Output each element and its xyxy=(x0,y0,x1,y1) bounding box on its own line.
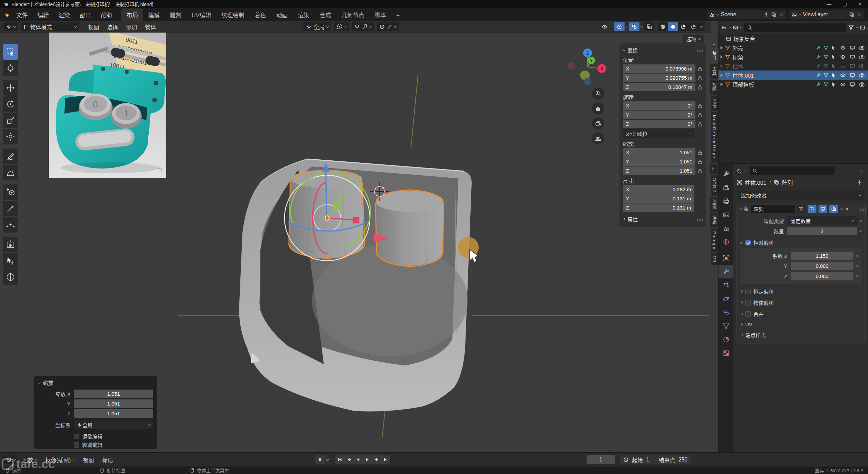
tab-modeling[interactable]: 建模 xyxy=(143,8,165,21)
prev-keyframe-button[interactable] xyxy=(344,455,354,464)
selectability-icon[interactable] xyxy=(831,73,836,78)
gizmo-center[interactable] xyxy=(325,216,330,220)
pan-hand-button[interactable] xyxy=(592,102,604,115)
tab-scene[interactable] xyxy=(718,221,733,235)
jump-to-start-button[interactable] xyxy=(335,455,344,464)
caps-label[interactable]: 端点样式 xyxy=(745,331,766,338)
tab-particles[interactable] xyxy=(718,278,733,292)
tab-tool[interactable]: 工具 xyxy=(710,64,718,79)
tool-draw-curve[interactable] xyxy=(3,201,18,216)
lock-icon[interactable] xyxy=(697,66,703,72)
render-disable-icon[interactable] xyxy=(859,82,865,87)
tab-rendering[interactable]: 渲染 xyxy=(293,8,315,21)
properties-editor-icon[interactable] xyxy=(737,168,742,174)
tab-m3[interactable]: M3 xyxy=(711,253,718,265)
delete-scene-icon[interactable] xyxy=(778,12,784,17)
fit-type-dropdown[interactable]: 固定数量 xyxy=(787,216,857,225)
outliner-row-corner[interactable]: 拐角 xyxy=(718,52,868,61)
tab-shading[interactable]: 着色 xyxy=(250,8,271,21)
tool-edit-curve[interactable] xyxy=(3,217,18,233)
tab-uv-editing[interactable]: UV编辑 xyxy=(186,8,216,21)
rotation-z-field[interactable]: Z0° xyxy=(623,120,695,128)
reference-image[interactable]: 0011 10100011010 11010001001 10011 xyxy=(49,32,166,178)
factor-z-field[interactable]: 0.000 xyxy=(791,272,853,280)
breadcrumb-object[interactable]: 柱体.001 xyxy=(745,178,766,186)
tab-object-data[interactable] xyxy=(718,319,733,333)
constant-offset-label[interactable]: 恒定偏移 xyxy=(753,288,774,295)
viewport-disable-icon[interactable] xyxy=(850,54,855,60)
factor-x-field[interactable]: 1.150 xyxy=(791,252,853,260)
next-keyframe-button[interactable] xyxy=(372,455,381,464)
tab-constraints[interactable] xyxy=(718,305,733,319)
relative-offset-checkbox[interactable] xyxy=(745,240,751,245)
tab-ocd2[interactable]: OCD 2 xyxy=(711,175,718,196)
edit-mode-toggle[interactable] xyxy=(797,205,806,213)
selectability-icon[interactable] xyxy=(831,54,836,60)
animate-decorator[interactable] xyxy=(856,265,859,267)
overlays-toggle[interactable] xyxy=(629,22,639,31)
dim-z-field[interactable]: Z0.131 m xyxy=(623,203,694,212)
tab-geometry-nodes[interactable]: 几何节点 xyxy=(336,8,370,21)
tab-texture[interactable] xyxy=(718,346,733,360)
axis-neg-x[interactable] xyxy=(568,62,575,70)
count-field[interactable]: 2 xyxy=(787,227,857,235)
factor-y-field[interactable]: 0.000 xyxy=(791,262,853,270)
render-disable-icon[interactable] xyxy=(859,45,865,51)
lock-icon[interactable] xyxy=(697,150,703,155)
tab-compositing[interactable]: 合成 xyxy=(315,8,336,21)
transform-panel-title[interactable]: 变换 xyxy=(628,46,638,54)
tab-material[interactable] xyxy=(718,333,733,346)
new-collection-icon[interactable] xyxy=(860,25,865,30)
dim-y-field[interactable]: Y0.131 m xyxy=(623,194,694,203)
viewport-disable-icon[interactable] xyxy=(850,73,855,78)
rotation-mode-dropdown[interactable]: XYZ 欧拉 xyxy=(623,129,694,138)
merge-checkbox[interactable] xyxy=(745,311,751,317)
realtime-toggle[interactable] xyxy=(818,205,827,213)
uv-label[interactable]: UV xyxy=(745,321,752,327)
disclosure-icon[interactable] xyxy=(721,74,723,77)
pin-icon[interactable] xyxy=(857,180,862,185)
perspective-toggle-button[interactable] xyxy=(592,132,604,144)
mirror-editing-checkbox[interactable] xyxy=(74,434,79,439)
tab-modifiers-active[interactable] xyxy=(718,265,733,278)
dim-x-field[interactable]: X0.282 m xyxy=(623,185,694,194)
outliner-row-shell[interactable]: 外壳 xyxy=(718,43,868,52)
tool-tweak[interactable] xyxy=(3,253,18,269)
menu-render[interactable]: 渲染 xyxy=(54,10,75,19)
tab-physics[interactable] xyxy=(718,292,733,305)
lock-icon[interactable] xyxy=(697,84,703,90)
cage-toggle[interactable] xyxy=(808,205,816,213)
tab-render[interactable] xyxy=(718,181,733,194)
stopwatch-icon[interactable] xyxy=(623,457,629,462)
tab-tool[interactable] xyxy=(718,167,733,181)
tab-world[interactable] xyxy=(718,235,733,249)
operator-orientation-dropdown[interactable]: 全局 xyxy=(74,420,153,429)
end-frame-field[interactable]: 250 xyxy=(678,457,688,463)
tab-layout[interactable]: 布局 xyxy=(121,8,143,21)
outliner-search[interactable] xyxy=(744,23,846,32)
outliner-filter-mode-icon[interactable] xyxy=(733,25,738,30)
tab-view[interactable]: 视图 xyxy=(710,80,718,95)
resize-y-field[interactable]: 1.051 xyxy=(74,399,153,408)
merge-label[interactable]: 合并 xyxy=(753,310,764,317)
lock-icon[interactable] xyxy=(697,159,703,164)
menu-window[interactable]: 窗口 xyxy=(75,10,96,19)
visibility-dropdown[interactable] xyxy=(599,22,610,31)
scale-y-field[interactable]: Y1.051 xyxy=(623,157,695,166)
tool-add-cube[interactable] xyxy=(3,184,18,200)
expand-icon[interactable] xyxy=(740,333,743,336)
render-disable-icon[interactable] xyxy=(859,54,865,60)
copy-viewlayer-icon[interactable] xyxy=(849,12,854,17)
breadcrumb-modifier[interactable]: 阵列 xyxy=(782,178,793,186)
menu-edit[interactable]: 编辑 xyxy=(33,10,54,19)
menu-object[interactable]: 物体 xyxy=(141,23,160,31)
viewport-disable-icon[interactable] xyxy=(850,82,855,87)
hide-eye-icon[interactable] xyxy=(840,54,846,60)
hide-eye-icon[interactable] xyxy=(840,82,846,87)
lock-icon[interactable] xyxy=(697,121,703,127)
expand-icon[interactable] xyxy=(740,290,743,293)
modifier-extras-icon[interactable] xyxy=(840,207,843,210)
expand-icon[interactable] xyxy=(739,207,742,210)
orientation-dropdown[interactable]: 全局 xyxy=(303,22,331,31)
selectability-icon[interactable] xyxy=(831,45,836,51)
